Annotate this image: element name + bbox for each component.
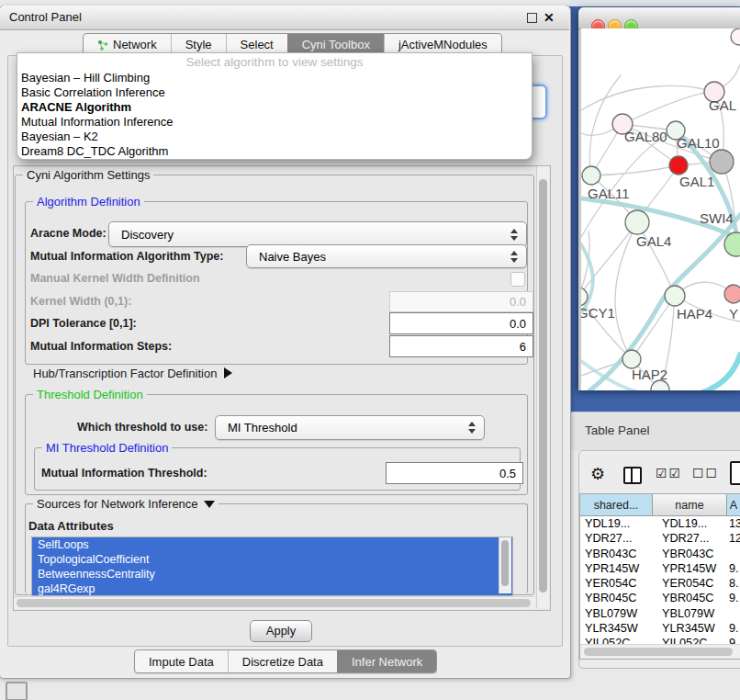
node-label-gal: GAL — [709, 97, 736, 113]
table-horizontal-scrollbar[interactable] — [580, 644, 740, 659]
node-label-hap4: HAP4 — [677, 306, 712, 322]
node-attribute-table[interactable]: shared...nameA YDL19...YDL19...13YDR27..… — [579, 493, 740, 660]
column-header-name[interactable]: name — [653, 494, 727, 515]
table-row[interactable]: YPR145WYPR145W9. — [580, 561, 740, 576]
network-node-hap4[interactable] — [665, 286, 685, 306]
network-edge — [615, 222, 637, 359]
table-cell: YDR27... — [662, 531, 729, 546]
tab-impute-data[interactable]: Impute Data — [135, 650, 228, 672]
network-edge — [701, 355, 740, 390]
network-node-y[interactable] — [724, 285, 740, 303]
mi-algorithm-type-label: Mutual Information Algorithm Type: — [30, 250, 223, 263]
threshold-definition-title: Threshold Definition — [33, 388, 147, 401]
algorithm-dropdown-popup[interactable]: Select algorithm to view settings Bayesi… — [17, 52, 533, 160]
node-label-gal1: GAL1 — [679, 174, 714, 189]
dropdown-item-mutual-information-inference[interactable]: Mutual Information Inference — [17, 115, 532, 130]
table-row[interactable]: YLR345WYLR345W9. — [580, 621, 740, 636]
which-threshold-combo[interactable]: MI Threshold — [215, 415, 485, 440]
table-row[interactable]: YDR27...YDR27...12 — [580, 531, 740, 546]
hide-columns-icon[interactable]: ☐☐ — [692, 466, 719, 480]
dropdown-item-dream8-dc-tdc-algorithm[interactable]: Dream8 DC_TDC Algorithm — [17, 144, 532, 159]
network-node-unlabeled[interactable] — [731, 28, 740, 45]
tab-discretize-data[interactable]: Discretize Data — [228, 650, 337, 672]
tab-infer-network[interactable]: Infer Network — [337, 650, 436, 672]
node-label-gal11: GAL11 — [588, 186, 630, 201]
aracne-mode-combo[interactable]: Discovery — [108, 221, 527, 247]
columns-icon[interactable] — [623, 467, 642, 484]
network-node-gal11[interactable] — [582, 166, 600, 185]
network-icon — [97, 40, 108, 51]
attributes-list-scrollbar[interactable] — [499, 537, 511, 593]
attributes-scroll-thumb[interactable] — [501, 540, 509, 586]
table-cell: YER054C — [580, 576, 662, 591]
network-node-gal1[interactable] — [669, 156, 688, 175]
column-header-shared[interactable]: shared... — [580, 494, 653, 515]
attribute-item-betweennesscentrality[interactable]: BetweennessCentrality — [32, 567, 512, 581]
table-cell: YBL079W — [580, 606, 662, 621]
manual-kernel-width-checkbox[interactable] — [510, 272, 525, 287]
network-window-titlebar[interactable] — [578, 7, 740, 29]
spinner-arrows-icon — [510, 251, 518, 263]
mi-threshold-definition-title: MI Threshold Definition — [42, 441, 172, 455]
settings-vertical-scrollbar[interactable] — [536, 166, 549, 608]
gear-icon[interactable]: ⚙ — [590, 463, 605, 485]
table-row[interactable]: YBR045CYBR045C9. — [580, 591, 740, 605]
apply-button[interactable]: Apply — [250, 620, 312, 642]
mi-threshold-input[interactable]: 0.5 — [386, 462, 523, 484]
show-checked-columns-icon[interactable]: ☑☑ — [656, 466, 682, 480]
table-row[interactable]: YER054CYER054C8. — [580, 576, 740, 591]
dpi-tolerance-value: 0.0 — [510, 317, 526, 331]
settings-vscroll-thumb[interactable] — [539, 179, 547, 593]
settings-horizontal-scrollbar[interactable] — [14, 596, 535, 609]
attribute-item-selfloops[interactable]: SelfLoops — [32, 537, 512, 552]
network-canvas[interactable]: GALGAL80GAL10GAL1GAL11GAL4SWI4GCY1HAP4YH… — [581, 28, 740, 390]
table-row[interactable]: YBR043CYBR043C — [580, 547, 740, 561]
network-node-hap2[interactable] — [622, 350, 641, 368]
float-window-icon[interactable] — [527, 13, 537, 23]
dpi-tolerance-label: DPI Tolerance [0,1]: — [30, 317, 137, 330]
dpi-tolerance-input[interactable]: 0.0 — [389, 312, 533, 334]
table-cell: 8. — [729, 576, 740, 591]
table-cell: 9. — [729, 561, 740, 576]
network-node-gal4[interactable] — [625, 210, 649, 234]
mi-algorithm-type-value: Naive Bayes — [247, 250, 510, 264]
manual-kernel-width-label: Manual Kernel Width Definition — [30, 272, 200, 285]
hub-definition-toggle[interactable]: Hub/Transcription Factor Definition — [33, 367, 232, 380]
dropdown-item-basic-correlation-inference[interactable]: Basic Correlation Inference — [17, 85, 532, 100]
dropdown-item-bayesian-k2[interactable]: Bayesian – K2 — [17, 130, 532, 144]
table-hscroll-thumb[interactable] — [584, 648, 733, 656]
which-threshold-label: Which threshold to use: — [77, 421, 207, 434]
table-row[interactable]: YBL079WYBL079W — [580, 606, 740, 621]
tab-label: Infer Network — [352, 651, 422, 672]
mi-steps-input[interactable]: 6 — [389, 335, 533, 357]
network-edge — [632, 296, 675, 359]
network-node-unlabeled[interactable] — [710, 150, 734, 174]
table-cell: YLR345W — [662, 621, 729, 636]
minimized-panel-icon[interactable] — [6, 682, 28, 700]
table-cell: YER054C — [662, 576, 729, 591]
export-table-icon[interactable] — [730, 461, 740, 485]
attribute-item-topologicalcoefficient[interactable]: TopologicalCoefficient — [32, 552, 512, 567]
desktop-top-strip — [569, 0, 740, 6]
column-header-a[interactable]: A — [727, 494, 740, 515]
mi-algorithm-type-combo[interactable]: Naive Bayes — [246, 244, 527, 268]
mi-steps-value: 6 — [520, 340, 526, 354]
spinner-arrows-icon — [510, 229, 518, 241]
network-node-swi4[interactable] — [724, 232, 740, 256]
control-panel-titlebar[interactable] — [0, 6, 569, 30]
tab-label: Impute Data — [149, 651, 214, 672]
table-row[interactable]: YDL19...YDL19...13 — [580, 516, 740, 531]
close-icon[interactable]: ✕ — [544, 9, 555, 26]
sources-title[interactable]: Sources for Network Inference — [33, 497, 219, 511]
table-body[interactable]: YDL19...YDL19...13YDR27...YDR27...12YBR0… — [580, 516, 740, 651]
kernel-width-input: 0.0 — [389, 291, 533, 312]
table-header-row[interactable]: shared...nameA — [580, 494, 740, 516]
table-cell: 9. — [729, 591, 740, 605]
settings-hscroll-thumb[interactable] — [17, 599, 531, 607]
data-attributes-list[interactable]: SelfLoopsTopologicalCoefficientBetweenne… — [31, 536, 513, 596]
attribute-item-gal4rgexp[interactable]: gal4RGexp — [32, 581, 512, 596]
dropdown-item-aracne-algorithm[interactable]: ARACNE Algorithm — [17, 100, 532, 115]
mi-steps-label: Mutual Information Steps: — [30, 340, 172, 353]
dropdown-item-bayesian-hill-climbing[interactable]: Bayesian – Hill Climbing — [17, 71, 532, 85]
table-cell: YBR043C — [662, 547, 729, 561]
